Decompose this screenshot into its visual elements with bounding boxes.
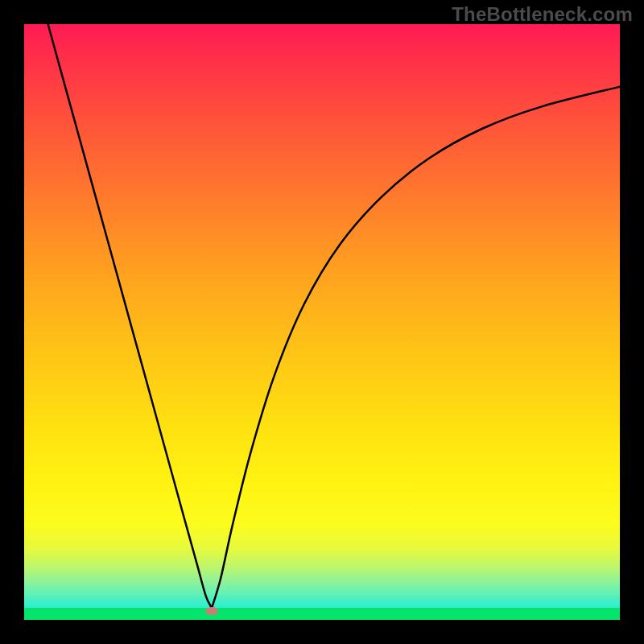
chart-frame [24, 24, 620, 620]
curve-right-branch [212, 87, 620, 609]
curve-left-branch [48, 24, 213, 608]
chart-curve-layer [24, 24, 620, 620]
plot-area [24, 24, 620, 620]
minimum-marker [205, 607, 218, 615]
watermark-text: TheBottleneck.com [452, 3, 633, 26]
